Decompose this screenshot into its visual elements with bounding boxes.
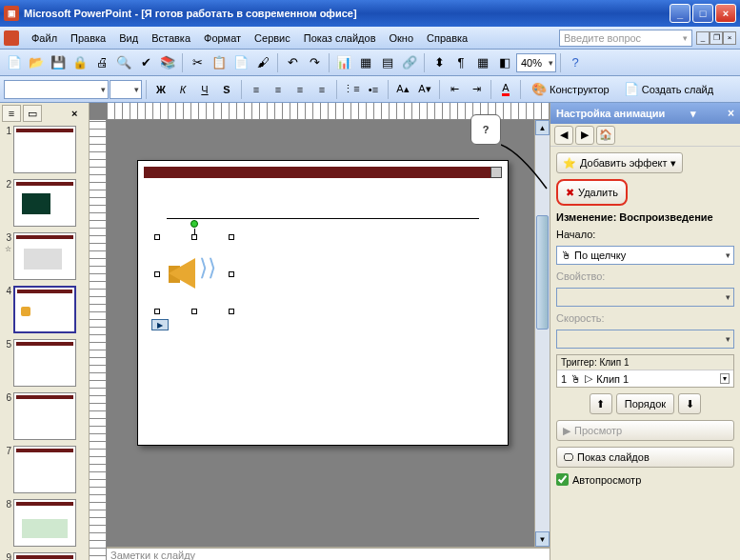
grid-icon[interactable]: ▦ — [472, 52, 493, 73]
redo-icon[interactable]: ↷ — [304, 52, 325, 73]
taskpane-dropdown-icon[interactable]: ▾ — [690, 108, 696, 120]
research-icon[interactable]: 📚 — [157, 52, 178, 73]
insert-hyperlink-icon[interactable]: 🔗 — [399, 52, 420, 73]
notes-pane[interactable]: Заметки к слайду — [107, 547, 550, 560]
thumbnail-1[interactable]: 1 — [2, 126, 87, 173]
resize-handle[interactable] — [154, 234, 160, 240]
zoom-combo[interactable]: 40% — [516, 53, 556, 72]
spellcheck-icon[interactable]: ✔ — [135, 52, 156, 73]
scroll-down-icon[interactable]: ▼ — [535, 531, 550, 547]
close-panel-icon[interactable]: × — [71, 108, 87, 119]
menu-format[interactable]: Формат — [197, 30, 248, 46]
align-right-icon[interactable]: ≡ — [290, 79, 310, 100]
mdi-minimize[interactable]: _ — [696, 31, 710, 45]
increase-font-icon[interactable]: A▴ — [392, 79, 413, 100]
cut-icon[interactable]: ✂ — [187, 52, 208, 73]
resize-handle[interactable] — [154, 309, 160, 314]
autopreview-checkbox[interactable]: Автопросмотр — [556, 473, 734, 486]
resize-handle[interactable] — [229, 234, 234, 240]
underline-icon[interactable]: Ч — [194, 79, 215, 100]
add-effect-button[interactable]: ⭐ Добавить эффект ▾ — [556, 152, 683, 173]
paste-icon[interactable]: 📄 — [230, 52, 251, 73]
insert-table-icon[interactable]: ▦ — [355, 52, 376, 73]
doc-icon[interactable] — [4, 30, 19, 46]
font-color-icon[interactable]: A — [495, 79, 516, 100]
thumbnail-6[interactable]: 6 — [2, 392, 87, 440]
insert-chart-icon[interactable]: 📊 — [333, 52, 354, 73]
delete-effect-button[interactable]: ✖ Удалить — [556, 179, 628, 206]
open-icon[interactable]: 📂 — [26, 52, 47, 73]
task-pane-close-icon[interactable]: × — [728, 107, 734, 120]
decrease-indent-icon[interactable]: ⇤ — [444, 79, 465, 100]
bold-icon[interactable]: Ж — [150, 79, 171, 100]
new-slide-button[interactable]: 📄Создать слайд — [617, 79, 720, 100]
thumbnail-8[interactable]: 8 — [2, 499, 87, 547]
thumbnail-7[interactable]: 7 — [2, 446, 87, 493]
resize-handle[interactable] — [154, 271, 160, 277]
maximize-button[interactable]: □ — [692, 4, 713, 23]
audio-object[interactable]: ⟩⟩ ▶ — [157, 237, 231, 311]
permission-icon[interactable]: 🔒 — [70, 52, 90, 73]
menu-edit[interactable]: Правка — [64, 30, 112, 46]
anim-item-dropdown-icon[interactable]: ▾ — [720, 373, 730, 384]
scroll-up-icon[interactable]: ▲ — [535, 120, 550, 135]
bullets-icon[interactable]: •≡ — [363, 79, 384, 100]
slide-canvas[interactable]: ⟩⟩ ▶ — [137, 160, 509, 446]
scroll-thumb[interactable] — [536, 215, 549, 330]
nav-home-icon[interactable]: 🏠 — [596, 126, 615, 145]
resize-handle[interactable] — [191, 234, 197, 240]
rotate-handle[interactable] — [190, 220, 198, 228]
move-up-button[interactable]: ⬆ — [590, 393, 612, 414]
format-painter-icon[interactable]: 🖌 — [252, 52, 273, 73]
align-center-icon[interactable]: ≡ — [268, 79, 289, 100]
font-size-combo[interactable] — [110, 80, 142, 99]
print-preview-icon[interactable]: 🔍 — [113, 52, 134, 73]
menu-help[interactable]: Справка — [420, 30, 474, 46]
slides-tab-icon[interactable]: ▭ — [23, 105, 42, 122]
italic-icon[interactable]: К — [172, 79, 193, 100]
thumbnail-5[interactable]: 5 — [2, 339, 87, 387]
menu-tools[interactable]: Сервис — [248, 30, 297, 46]
menu-slideshow[interactable]: Показ слайдов — [297, 30, 383, 46]
resize-handle[interactable] — [229, 309, 234, 314]
decrease-font-icon[interactable]: A▾ — [414, 79, 435, 100]
menu-window[interactable]: Окно — [383, 30, 421, 46]
outline-tab-icon[interactable]: ≡ — [2, 105, 21, 122]
menu-view[interactable]: Вид — [112, 30, 145, 46]
help-icon[interactable]: ? — [565, 52, 586, 73]
new-icon[interactable]: 📄 — [4, 52, 25, 73]
expand-all-icon[interactable]: ⬍ — [429, 52, 450, 73]
thumbnail-list[interactable]: 1 2 3☆ 4 5 6 7 8 9 — [0, 124, 89, 560]
increase-indent-icon[interactable]: ⇥ — [466, 79, 487, 100]
move-down-button[interactable]: ⬇ — [678, 393, 701, 414]
font-combo[interactable] — [4, 80, 109, 99]
tables-borders-icon[interactable]: ▤ — [377, 52, 398, 73]
thumbnail-3[interactable]: 3☆ — [2, 232, 87, 280]
align-left-icon[interactable]: ≡ — [246, 79, 267, 100]
autopreview-input[interactable] — [556, 473, 569, 486]
menu-file[interactable]: Файл — [25, 30, 64, 46]
color-grayscale-icon[interactable]: ◧ — [494, 52, 515, 73]
animation-play-tag[interactable]: ▶ — [151, 319, 169, 330]
minimize-button[interactable]: _ — [670, 4, 690, 23]
ask-question-box[interactable]: Введите вопрос▾ — [559, 30, 692, 47]
show-formatting-icon[interactable]: ¶ — [450, 52, 471, 73]
vertical-ruler[interactable] — [90, 120, 107, 560]
menu-insert[interactable]: Вставка — [145, 30, 197, 46]
nav-forward-icon[interactable]: ▶ — [575, 126, 594, 145]
copy-icon[interactable]: 📋 — [209, 52, 230, 73]
nav-back-icon[interactable]: ◀ — [554, 126, 573, 145]
mdi-close[interactable]: × — [723, 31, 736, 45]
thumbnail-2[interactable]: 2 — [2, 179, 87, 227]
animation-item[interactable]: 1 🖱 ▷ Клип 1 ▾ — [557, 370, 733, 387]
slideshow-button[interactable]: 🖵 Показ слайдов — [556, 447, 734, 468]
align-justify-icon[interactable]: ≡ — [311, 79, 332, 100]
numbering-icon[interactable]: ⋮≡ — [341, 79, 362, 100]
undo-icon[interactable]: ↶ — [282, 52, 303, 73]
mdi-restore[interactable]: ❐ — [710, 31, 723, 45]
preview-button[interactable]: ▶ Просмотр — [556, 420, 734, 441]
save-icon[interactable]: 💾 — [48, 52, 69, 73]
thumbnail-9[interactable]: 9 — [2, 552, 87, 560]
close-button[interactable]: × — [715, 4, 736, 23]
thumbnail-4[interactable]: 4 — [2, 286, 87, 333]
